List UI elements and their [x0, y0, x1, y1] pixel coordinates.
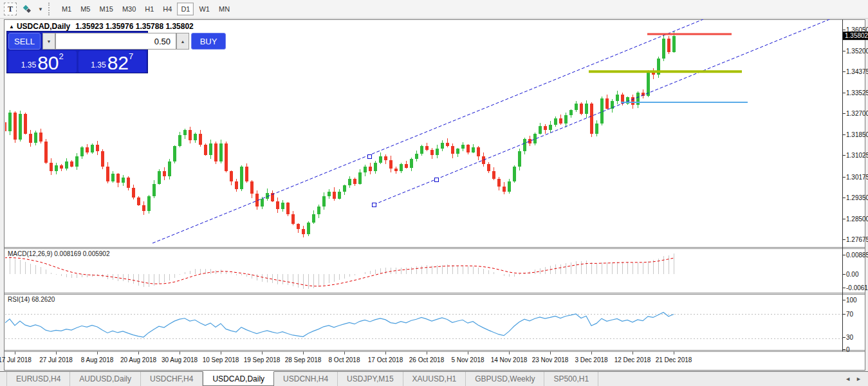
candle — [595, 120, 598, 136]
collapse-icon[interactable]: ▲ — [9, 24, 14, 30]
tab-usdcnh-h4[interactable]: USDCNH,H4 — [274, 372, 338, 386]
candle — [642, 89, 645, 98]
price-tick-label: 1.34375 — [846, 68, 868, 75]
candle — [96, 141, 99, 155]
price-tick-label: 1.31850 — [846, 131, 868, 138]
sell-price-prefix: 1.35 — [21, 60, 36, 69]
candle — [281, 200, 284, 212]
ohlc-values: 1.35923 1.35976 1.35788 1.35802 — [75, 22, 194, 31]
candle — [436, 145, 439, 158]
candle — [209, 140, 212, 158]
price-tick-label: 1.33525 — [846, 89, 868, 96]
candle — [616, 91, 619, 104]
candle — [291, 211, 295, 225]
date-tick-label: 23 Nov 2018 — [532, 356, 569, 363]
trend-channel-lower-line[interactable] — [374, 14, 842, 205]
lot-decrease-button[interactable]: ▼ — [42, 33, 55, 50]
channel-handle[interactable] — [372, 203, 376, 207]
candle — [55, 163, 58, 174]
date-tick-label: 3 Dec 2018 — [575, 356, 608, 363]
candle — [245, 163, 248, 183]
candle — [544, 124, 547, 133]
chart-tabs: EURUSD,H4AUDUSD,DailyUSDCHF,H4USDCAD,Dai… — [6, 372, 598, 386]
current-price-tag: 1.35802 — [845, 32, 868, 39]
candle — [230, 170, 233, 185]
candle — [19, 111, 22, 142]
candle — [39, 129, 42, 143]
candle — [142, 201, 145, 214]
tab-sp500-h1[interactable]: SP500,H1 — [544, 372, 598, 386]
candle — [219, 140, 223, 163]
buy-button[interactable]: BUY — [191, 33, 226, 50]
candle — [492, 167, 495, 179]
candle — [420, 145, 423, 156]
candle — [173, 145, 176, 163]
candle — [348, 176, 351, 188]
macd-values: 0.008169 0.005902 — [54, 250, 109, 257]
candle — [137, 196, 140, 206]
buy-price-pip: 7 — [129, 51, 133, 61]
candle — [585, 100, 588, 118]
candle — [116, 173, 120, 187]
tab-gbpusd-weekly[interactable]: GBPUSD,Weekly — [466, 372, 544, 386]
candle — [657, 57, 660, 78]
tab-scroll-left-icon[interactable]: ◄ — [845, 376, 851, 382]
candle — [70, 160, 73, 167]
candle — [636, 91, 640, 108]
lot-size-input[interactable] — [55, 33, 176, 50]
sell-button[interactable]: SELL — [8, 33, 41, 50]
candle — [456, 148, 459, 157]
rsi-scale-label: 100 — [846, 297, 857, 304]
tab-xauusd-h1[interactable]: XAUUSD,H1 — [403, 372, 466, 386]
tab-audusd-daily[interactable]: AUDUSD,Daily — [70, 372, 141, 386]
date-tick-label: 19 Sep 2018 — [244, 356, 281, 363]
price-tick-label: 1.31025 — [846, 152, 868, 159]
candle — [364, 165, 367, 176]
sell-price-display[interactable]: 1.35 80 2 — [8, 51, 77, 73]
sell-price-pip: 2 — [59, 51, 64, 61]
rsi-scale-label: 70 — [846, 311, 854, 318]
lot-increase-button[interactable]: ▲ — [176, 33, 189, 50]
candle — [178, 132, 181, 147]
candle — [225, 142, 228, 172]
candle — [518, 149, 521, 170]
candle — [549, 121, 552, 133]
candle — [297, 223, 300, 234]
price-tick-label: 1.32700 — [846, 110, 868, 117]
candle — [75, 153, 78, 170]
candle — [389, 156, 392, 172]
candle — [415, 151, 418, 161]
channel-handle[interactable] — [434, 178, 438, 181]
candle — [106, 162, 109, 183]
candle — [430, 148, 434, 159]
tab-usdchf-h4[interactable]: USDCHF,H4 — [141, 372, 203, 386]
candle — [451, 143, 454, 158]
candle — [333, 187, 336, 201]
mt4-window: T ▼ M1M5M15M30H1H4D1W1MN 1.360501.352001… — [0, 0, 868, 386]
tab-usdjpy-m15[interactable]: USDJPY,M15 — [338, 372, 403, 386]
candle — [611, 99, 614, 113]
price-tick-label: 1.35200 — [846, 48, 868, 55]
candle — [235, 179, 238, 192]
date-tick-label: 14 Nov 2018 — [491, 356, 528, 363]
trend-channel-upper-line[interactable] — [152, 19, 703, 243]
candle — [652, 68, 655, 79]
candle — [343, 185, 346, 196]
date-tick-label: 26 Oct 2018 — [409, 356, 445, 363]
candle — [569, 109, 573, 118]
candle — [111, 171, 115, 183]
candle — [523, 138, 526, 154]
date-tick-label: 8 Aug 2018 — [81, 356, 114, 363]
candle — [199, 130, 202, 147]
candle — [328, 189, 331, 199]
channel-handle[interactable] — [367, 154, 371, 158]
buy-price-display[interactable]: 1.35 82 7 — [78, 51, 147, 73]
tab-eurusd-h4[interactable]: EURUSD,H4 — [6, 372, 70, 386]
candle — [240, 165, 243, 191]
candle — [147, 195, 151, 214]
date-tick-label: 10 Sep 2018 — [203, 356, 239, 363]
tab-usdcad-daily[interactable]: USDCAD,Daily — [203, 371, 274, 386]
candle — [189, 127, 192, 143]
tab-scroll-right-icon[interactable]: ► — [856, 376, 862, 382]
candle — [34, 131, 37, 145]
